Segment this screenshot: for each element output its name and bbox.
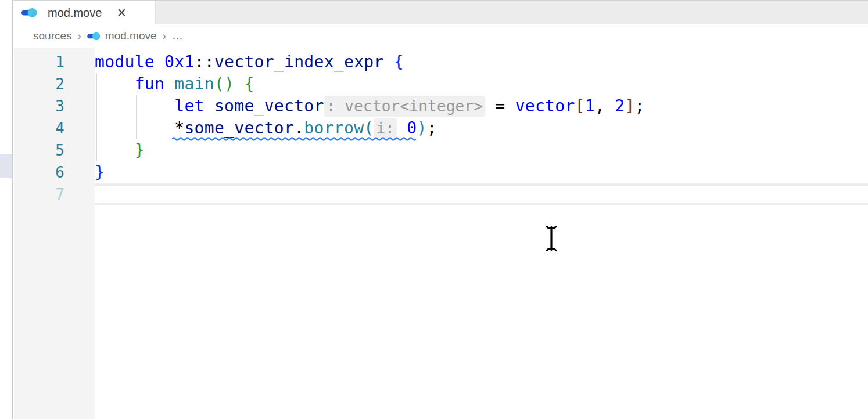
code-token: {	[244, 74, 254, 93]
code-token	[95, 74, 135, 93]
code-line[interactable]: module 0x1::vector_index_expr {	[95, 51, 868, 73]
code-token: 2	[615, 96, 625, 115]
code-token: ;	[427, 118, 437, 138]
code-token: vector	[515, 96, 575, 115]
code-token: }	[95, 162, 105, 182]
code-token: ()	[214, 74, 234, 93]
code-token: {	[394, 52, 404, 71]
code-token: fun	[135, 74, 175, 93]
code-token: borrow	[304, 118, 364, 138]
code-token	[95, 118, 174, 138]
line-number: 2	[14, 73, 95, 95]
code-token: )	[417, 118, 427, 138]
code-token	[234, 74, 244, 93]
code-token: ]	[625, 96, 634, 115]
code-line[interactable]: fun main() {	[95, 73, 868, 95]
code-token: vector_index_expr	[214, 52, 384, 71]
cropped-side-panel	[0, 0, 13, 419]
move-lang-icon	[21, 8, 37, 18]
code-token	[95, 96, 174, 115]
code-token	[397, 118, 407, 138]
close-icon[interactable]: ×	[117, 5, 126, 21]
code-token: ::	[195, 52, 214, 71]
line-number: 4	[14, 117, 95, 139]
tab-label: mod.move	[48, 6, 102, 20]
code-token: .	[294, 118, 304, 138]
code-token: let	[174, 96, 214, 115]
tab-mod-move[interactable]: mod.move ×	[13, 1, 156, 25]
editor-content[interactable]: module 0x1::vector_index_expr { fun main…	[95, 48, 868, 419]
inlay-hint: i:	[374, 118, 397, 139]
breadcrumb: sources › mod.move › …	[13, 24, 868, 48]
chevron-right-icon: ›	[78, 30, 81, 42]
code-token: [	[575, 96, 585, 115]
inlay-hint: : vector<integer>	[324, 96, 486, 117]
code-lines: module 0x1::vector_index_expr { fun main…	[95, 51, 868, 205]
code-token: 0	[407, 118, 417, 138]
code-token: (	[364, 118, 374, 138]
editor-window: mod.move × sources › mod.move › … 123456…	[0, 0, 868, 419]
code-token: *	[174, 118, 184, 138]
line-number: 5	[14, 139, 95, 161]
line-number: 1	[14, 51, 95, 73]
code-token: module	[95, 52, 164, 71]
breadcrumb-item-symbol[interactable]: …	[172, 30, 183, 42]
move-lang-icon	[87, 32, 101, 41]
code-token: 0x1	[164, 52, 194, 71]
scrollbar-fragment[interactable]	[0, 154, 12, 178]
code-line[interactable]: }	[95, 139, 868, 161]
code-line[interactable]: }	[95, 161, 868, 183]
gutter-numbers: 1234567	[14, 48, 95, 419]
line-number: 3	[14, 95, 95, 117]
code-editor[interactable]: 1234567 module 0x1::vector_index_expr { …	[13, 48, 868, 419]
breadcrumb-item-sources[interactable]: sources	[33, 30, 72, 42]
code-token: main	[174, 74, 214, 93]
code-token: ;	[635, 96, 645, 115]
code-token: 1	[585, 96, 595, 115]
mouse-ibeam-cursor	[545, 225, 558, 252]
code-token: some_vector	[214, 96, 324, 115]
line-number: 6	[14, 161, 95, 183]
code-token: some_vector	[184, 118, 294, 138]
code-token: =	[485, 96, 515, 115]
diagnostic-squiggle-info	[172, 136, 416, 142]
line-number: 7	[14, 183, 95, 205]
code-line[interactable]	[95, 183, 868, 205]
code-token: ,	[595, 96, 615, 115]
chevron-right-icon: ›	[163, 30, 166, 42]
code-token	[95, 140, 135, 160]
code-token: }	[135, 140, 145, 160]
code-line[interactable]: let some_vector: vector<integer> = vecto…	[95, 95, 868, 117]
code-token	[384, 52, 394, 71]
breadcrumb-item-file[interactable]: mod.move	[105, 30, 157, 42]
tab-bar: mod.move ×	[13, 0, 868, 24]
